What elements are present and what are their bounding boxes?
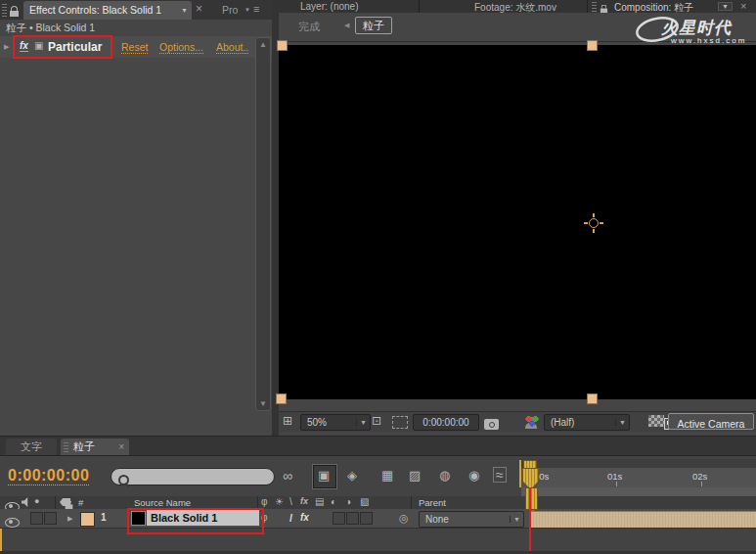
reset-link[interactable]: Reset	[121, 41, 148, 54]
magnification-value: 50%	[307, 417, 327, 428]
channels-icon[interactable]	[524, 415, 540, 427]
motion-blur-column-icon[interactable]: ◐	[331, 497, 336, 507]
layer-row[interactable]: ▶ 1 Black Solid 1 φ / fx ◎ None ▼	[0, 509, 756, 529]
viewer-panel: Layer: (none) Footage: 水纹.mov Compositio…	[279, 0, 756, 436]
panel-menu-icon[interactable]: ≡	[253, 3, 259, 15]
tab-pro-label[interactable]: Pro	[222, 4, 238, 16]
layer-3d-toggle[interactable]	[360, 512, 373, 525]
layer-visibility-icon[interactable]	[5, 518, 20, 528]
layer-solo-toggle[interactable]	[44, 512, 57, 525]
resolution-dropdown-icon[interactable]: ▼	[615, 419, 629, 426]
panel-menu-dropdown-icon[interactable]: ▼	[245, 7, 250, 13]
draft-3d-icon[interactable]: ▣	[318, 469, 330, 482]
layer-label-swatch[interactable]	[80, 512, 95, 527]
layer-handle-bottom-center[interactable]	[587, 393, 598, 404]
brainstorm-layers-icon[interactable]: ◍	[439, 469, 450, 482]
about-link[interactable]: About..	[216, 41, 248, 54]
snapshot-camera-icon[interactable]	[484, 419, 499, 430]
layer-duration-bar[interactable]	[530, 511, 756, 528]
timeline-panel: 文字 粒子 × 0:00:00:00 ∞ ▣ ◈ ▦ ▨ ◍ ◉ ≈ 00s 0…	[0, 436, 756, 554]
brainstorm-icon[interactable]: ◉	[468, 469, 479, 482]
viewer-timecode-button[interactable]: 0:00:00:00	[413, 414, 479, 431]
tab-particle-comp[interactable]: 粒子 ×	[61, 439, 129, 455]
current-time-indicator-tail[interactable]	[525, 487, 538, 510]
safe-margins-icon[interactable]: ⊡	[372, 415, 381, 427]
tab-text-comp[interactable]: 文字	[6, 439, 57, 455]
search-input[interactable]	[133, 470, 272, 485]
panel-gutter[interactable]	[272, 0, 279, 436]
ruler-tick-01s	[616, 482, 617, 486]
frame-blend-column-icon[interactable]: ▤	[315, 497, 324, 507]
frame-blending-icon[interactable]: ▦	[381, 469, 393, 482]
layer-handle-top-center[interactable]	[587, 40, 598, 51]
search-field[interactable]	[111, 468, 275, 485]
motion-blur-icon[interactable]: ▨	[409, 469, 421, 482]
quality-column-icon[interactable]: \	[289, 497, 292, 507]
mini-flowchart-icon[interactable]: ∞	[283, 469, 292, 483]
label-column-icon[interactable]	[60, 498, 70, 506]
layer-audio-toggle[interactable]	[30, 512, 43, 525]
nav-prev-comp[interactable]: 完成	[298, 20, 320, 34]
tabbar-divider	[419, 0, 420, 13]
current-time-line[interactable]	[529, 487, 531, 554]
hide-shy-layers-icon[interactable]: ◈	[347, 469, 357, 482]
composition-canvas[interactable]	[279, 45, 756, 399]
effect-controls-panel: Effect Controls: Black Solid 1 ▼ × Pro ▼…	[0, 0, 273, 436]
effects-column-icon[interactable]: fx	[300, 497, 308, 506]
timeline-tab-gripper	[64, 441, 68, 452]
index-column-header[interactable]: #	[78, 497, 83, 508]
magnification-dropdown[interactable]: 50% ▼	[300, 414, 371, 431]
threed-column-icon[interactable]: ▧	[360, 497, 369, 507]
options-link[interactable]: Options...	[159, 41, 203, 54]
timeline-timecode[interactable]: 0:00:00:00	[8, 467, 89, 485]
ruler-tick-02s	[701, 482, 702, 486]
layer-quality-toggle[interactable]: /	[289, 512, 292, 524]
tab-layer[interactable]: Layer: (none)	[300, 1, 358, 12]
comp-panel-gripper[interactable]	[592, 1, 597, 12]
grid-guides-icon[interactable]: ⊞	[283, 415, 292, 427]
panel-active-edge	[0, 529, 2, 551]
magnification-dropdown-icon[interactable]: ▼	[356, 419, 370, 426]
collapse-column-icon[interactable]: ☀	[275, 497, 284, 507]
layer-handle-bottom-left[interactable]	[276, 393, 287, 404]
parent-dropdown[interactable]: None ▼	[419, 511, 524, 528]
layer-handle-top-left[interactable]	[277, 40, 288, 51]
close-panel-icon[interactable]: ×	[196, 2, 202, 16]
transparency-grid-icon[interactable]	[648, 415, 664, 427]
layer-expand-icon[interactable]: ▶	[67, 515, 72, 523]
audio-column-icon[interactable]	[22, 497, 31, 507]
layer-motion-blur-toggle[interactable]	[346, 512, 359, 525]
tabbar-divider2	[587, 0, 588, 13]
twirl-expand-icon[interactable]: ▶	[4, 43, 9, 50]
layer-frame-blend-toggle[interactable]	[333, 512, 345, 525]
shy-column-icon[interactable]: φ	[261, 497, 267, 507]
resolution-dropdown[interactable]: (Half) ▼	[544, 414, 630, 431]
tab-effect-controls[interactable]: Effect Controls: Black Solid 1 ▼	[23, 1, 192, 20]
parent-column-header[interactable]: Parent	[419, 497, 446, 508]
nav-back-icon[interactable]: ◀	[344, 22, 349, 29]
tab-particle-close-icon[interactable]: ×	[118, 439, 124, 455]
view-layout-dropdown[interactable]: Active Camera	[668, 413, 754, 430]
parent-dropdown-icon[interactable]: ▼	[510, 516, 523, 523]
graph-editor-icon[interactable]: ≈	[493, 467, 507, 483]
layer-fx-toggle[interactable]: fx	[300, 512, 309, 523]
source-name-column-header[interactable]: Source Name	[134, 497, 191, 508]
view-layout-value: Active Camera	[678, 418, 745, 430]
scroll-down-icon[interactable]: ▼	[259, 399, 267, 408]
ruler-label-01s: 01s	[607, 471, 622, 482]
region-of-interest-icon[interactable]	[392, 416, 408, 429]
annotation-particular	[13, 35, 112, 59]
solo-column-icon[interactable]: ●	[34, 496, 39, 506]
time-ruler[interactable]: 00s 01s 02s	[521, 468, 756, 488]
anchor-point-crosshair[interactable]	[584, 213, 603, 233]
scroll-up-icon[interactable]: ▲	[259, 40, 267, 49]
effect-panel-scrollbar[interactable]: ▲ ▼	[255, 37, 271, 411]
lock-icon[interactable]	[10, 11, 19, 17]
after-effects-window: Effect Controls: Black Solid 1 ▼ × Pro ▼…	[0, 0, 756, 554]
panel-dropdown-icon[interactable]: ▼	[181, 1, 188, 20]
tab-effect-controls-label: Effect Controls: Black Solid 1	[29, 4, 161, 16]
nav-current-comp[interactable]: 粒子	[355, 17, 392, 34]
adjustment-column-icon[interactable]: ◑	[345, 497, 351, 507]
panel-gripper[interactable]	[2, 3, 7, 17]
parent-pick-whip-icon[interactable]: ◎	[399, 512, 409, 525]
